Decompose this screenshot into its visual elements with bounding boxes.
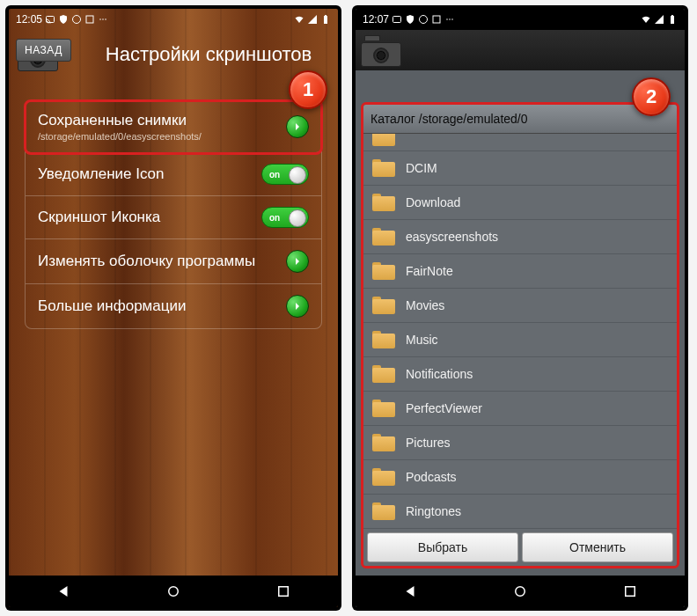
phone-right: 12:07 2 Каталог /storage/emulated/0: [352, 5, 688, 611]
folder-picker-dialog: Каталог /storage/emulated/0 DCIM Downloa…: [361, 102, 679, 568]
chevron-right-icon: [286, 250, 309, 273]
chevron-right-icon: [286, 295, 309, 318]
status-right: [641, 14, 678, 25]
status-right: [294, 14, 331, 25]
row-label: Скриншот Иконка: [38, 209, 160, 226]
screenshot-icon: [84, 14, 95, 25]
row-label: Изменять оболочку программы: [38, 253, 255, 270]
svg-rect-6: [324, 16, 327, 24]
svg-point-11: [420, 16, 428, 24]
battery-icon: [320, 14, 331, 25]
svg-rect-9: [278, 587, 288, 597]
list-item[interactable]: Download: [363, 186, 677, 220]
row-label: Сохраненные снимки: [38, 112, 202, 129]
list-item[interactable]: Movies: [363, 289, 677, 323]
nav-bar: [9, 576, 338, 607]
svg-rect-2: [86, 16, 93, 23]
svg-rect-7: [325, 15, 326, 16]
svg-rect-10: [393, 17, 401, 23]
row-label: Больше информации: [38, 297, 186, 315]
folder-icon: [372, 297, 395, 314]
nav-home-icon[interactable]: [165, 583, 181, 599]
nav-home-icon[interactable]: [512, 583, 528, 599]
svg-rect-17: [671, 15, 673, 16]
nav-recent-icon[interactable]: [275, 583, 291, 599]
folder-name: easyscreenshots: [406, 230, 498, 244]
list-item[interactable]: FairNote: [363, 254, 677, 289]
chevron-right-icon: [286, 115, 309, 138]
svg-point-5: [105, 18, 106, 20]
step-badge-2: 2: [632, 77, 671, 116]
page-title: Настройки скриншотов: [88, 43, 329, 66]
svg-point-14: [449, 18, 451, 20]
folder-icon: [372, 434, 395, 451]
camera-icon: [361, 33, 401, 67]
signal-icon: [654, 14, 664, 25]
svg-point-15: [451, 18, 453, 20]
folder-icon: [372, 194, 395, 211]
circle-icon: [418, 14, 429, 25]
battery-icon: [667, 14, 678, 25]
settings-row-notification-icon[interactable]: Уведомление Icon on: [26, 153, 321, 196]
list-item[interactable]: Notifications: [363, 357, 677, 392]
folder-list[interactable]: DCIM Download easyscreenshots FairNote M…: [363, 134, 677, 529]
svg-point-18: [516, 587, 525, 597]
back-button[interactable]: НАЗАД: [16, 39, 71, 62]
folder-icon: [372, 134, 395, 146]
svg-point-13: [446, 18, 448, 20]
folder-name: Notifications: [406, 367, 473, 381]
phone-left-inner: 12:05 НАЗАД Настройки скриншотов 1: [9, 9, 338, 607]
row-sublabel: /storage/emulated/0/easyscreenshots/: [38, 131, 202, 142]
svg-rect-16: [671, 16, 674, 24]
wifi-icon: [641, 14, 651, 25]
cancel-button[interactable]: Отменить: [522, 532, 673, 562]
settings-row-screenshot-icon[interactable]: Скриншот Иконка on: [26, 196, 321, 239]
folder-icon: [372, 400, 395, 417]
folder-icon: [372, 262, 395, 280]
shield-icon: [58, 14, 69, 25]
list-item[interactable]: Music: [363, 323, 677, 357]
cast-icon: [392, 14, 402, 25]
nav-back-icon[interactable]: [55, 583, 71, 599]
step-badge-1: 1: [289, 70, 327, 109]
folder-name: FairNote: [406, 264, 453, 278]
status-bar: 12:05: [9, 9, 338, 30]
path-header: Каталог /storage/emulated/0: [363, 105, 677, 134]
phone-right-inner: 12:07 2 Каталог /storage/emulated/0: [356, 9, 685, 607]
list-item[interactable]: easyscreenshots: [363, 220, 677, 254]
folder-name: Ringtones: [406, 504, 461, 518]
list-item[interactable]: [363, 134, 677, 151]
list-item[interactable]: Podcasts: [363, 460, 677, 495]
toggle-on[interactable]: on: [261, 164, 309, 185]
svg-point-1: [73, 16, 81, 24]
nav-back-icon[interactable]: [402, 583, 418, 599]
list-item[interactable]: Ringtones: [363, 495, 677, 529]
folder-icon: [372, 159, 395, 177]
settings-row-more-info[interactable]: Больше информации: [26, 284, 321, 328]
folder-name: Pictures: [406, 436, 451, 450]
status-bar: 12:07: [356, 9, 685, 30]
toggle-on[interactable]: on: [261, 207, 309, 228]
list-item[interactable]: DCIM: [363, 151, 677, 186]
nav-recent-icon[interactable]: [622, 583, 638, 599]
settings-row-saved-snapshots[interactable]: Сохраненные снимки /storage/emulated/0/e…: [26, 101, 321, 153]
list-item[interactable]: Pictures: [363, 426, 677, 460]
status-time: 12:07: [363, 13, 389, 26]
status-left: 12:07: [363, 13, 455, 26]
status-time: 12:05: [16, 13, 42, 26]
phone-left: 12:05 НАЗАД Настройки скриншотов 1: [5, 5, 341, 611]
folder-name: Download: [406, 195, 460, 209]
svg-rect-19: [625, 587, 635, 597]
list-item[interactable]: PerfectViewer: [363, 392, 677, 426]
folder-name: Movies: [406, 298, 444, 312]
select-button[interactable]: Выбрать: [367, 532, 518, 562]
folder-name: DCIM: [406, 161, 437, 175]
nav-bar: [356, 576, 685, 607]
more-icon: [444, 14, 455, 25]
folder-name: Podcasts: [406, 470, 457, 484]
settings-row-change-skin[interactable]: Изменять оболочку программы: [26, 239, 321, 284]
cast-icon: [45, 14, 55, 25]
more-icon: [98, 14, 108, 25]
folder-name: PerfectViewer: [406, 401, 482, 415]
signal-icon: [307, 14, 318, 25]
